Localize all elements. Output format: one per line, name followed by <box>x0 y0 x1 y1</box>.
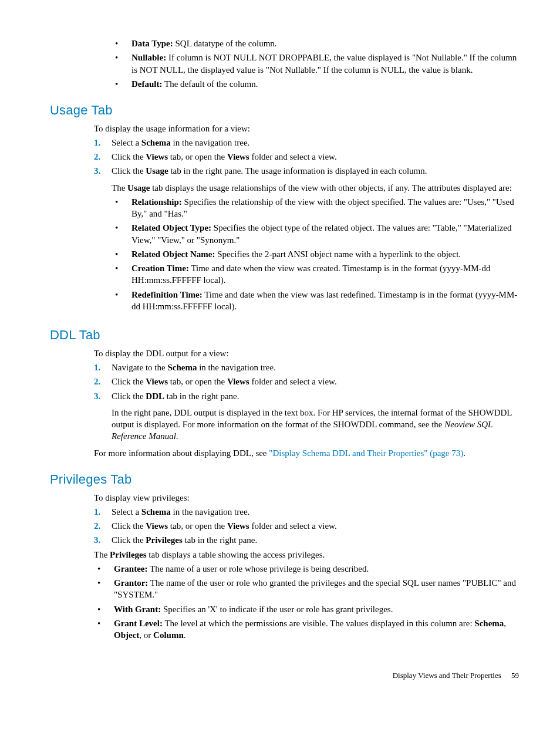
usage-sub-intro: The Usage tab displays the usage relatio… <box>112 182 519 194</box>
usage-step-1: 1.Select a Schema in the navigation tree… <box>94 137 519 148</box>
bullet-redefinition-time: Redefinition Time: Time and date when th… <box>112 289 519 313</box>
columns-tab-continuation: Data Type: SQL datatype of the column. N… <box>94 38 519 90</box>
bullet-grantee: Grantee: The name of a user or role whos… <box>94 563 519 575</box>
bullet-creation-time: Creation Time: Time and date when the vi… <box>112 262 519 286</box>
bullet-grant-level: Grant Level: The level at which the perm… <box>94 617 519 642</box>
priv-table-intro: The Privileges tab displays a table show… <box>94 549 519 561</box>
columns-bullet-list: Data Type: SQL datatype of the column. N… <box>112 38 519 90</box>
usage-tab-body: To display the usage information for a v… <box>94 123 519 315</box>
bullet-with-grant: With Grant: Specifies an 'X' to indicate… <box>94 603 519 615</box>
ddl-more-info: For more information about displaying DD… <box>94 447 519 459</box>
usage-intro: To display the usage information for a v… <box>94 123 519 134</box>
usage-step-2: 2.Click the Views tab, or open the Views… <box>94 151 519 163</box>
priv-steps: 1.Select a Schema in the navigation tree… <box>94 506 519 546</box>
ddl-step-3: 3. Click the DDL tab in the right pane. … <box>94 390 519 445</box>
page-footer: Display Views and Their Properties 59 <box>50 670 519 681</box>
ddl-step-1: 1.Navigate to the Schema in the navigati… <box>94 362 519 373</box>
heading-ddl-tab: DDL Tab <box>50 326 519 344</box>
ddl-intro: To display the DDL output for a view: <box>94 347 519 359</box>
usage-attr-list: Relationship: Specifies the relationship… <box>112 196 519 312</box>
priv-step-3: 3.Click the Privileges tab in the right … <box>94 534 519 546</box>
bullet-default: Default: The default of the column. <box>112 78 519 90</box>
priv-step-2: 2.Click the Views tab, or open the Views… <box>94 520 519 532</box>
priv-bullet-list: Grantee: The name of a user or role whos… <box>94 563 519 642</box>
bullet-related-object-name: Related Object Name: Specifies the 2-par… <box>112 248 519 260</box>
priv-intro: To display view privileges: <box>94 492 519 504</box>
bullet-data-type: Data Type: SQL datatype of the column. <box>112 38 519 49</box>
bullet-grantor: Grantor: The name of the user or role wh… <box>94 577 519 601</box>
link-display-schema-ddl[interactable]: "Display Schema DDL and Their Properties… <box>269 448 463 458</box>
bullet-nullable: Nullable: If column is NOT NULL NOT DROP… <box>112 52 519 76</box>
ddl-step-2: 2.Click the Views tab, or open the Views… <box>94 376 519 387</box>
priv-step-1: 1.Select a Schema in the navigation tree… <box>94 506 519 518</box>
bullet-related-object-type: Related Object Type: Specifies the objec… <box>112 222 519 246</box>
privileges-tab-body: To display view privileges: 1.Select a S… <box>94 492 519 642</box>
heading-usage-tab: Usage Tab <box>50 102 519 119</box>
bullet-relationship: Relationship: Specifies the relationship… <box>112 196 519 220</box>
ddl-tab-body: To display the DDL output for a view: 1.… <box>94 347 519 459</box>
footer-page-number: 59 <box>511 671 519 680</box>
usage-steps: 1.Select a Schema in the navigation tree… <box>94 137 519 315</box>
ddl-steps: 1.Navigate to the Schema in the navigati… <box>94 362 519 445</box>
ddl-sub-text: In the right pane, DDL output is display… <box>112 407 519 443</box>
footer-title: Display Views and Their Properties <box>393 671 501 680</box>
heading-privileges-tab: Privileges Tab <box>50 471 519 488</box>
usage-step-3: 3. Click the Usage tab in the right pane… <box>94 165 519 315</box>
